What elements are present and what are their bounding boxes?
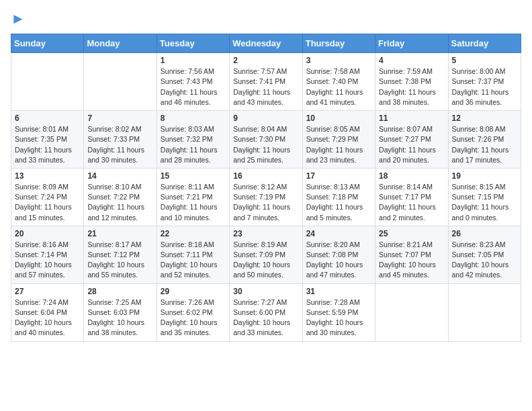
day-info: Sunrise: 7:56 AM Sunset: 7:43 PM Dayligh… [161, 66, 226, 107]
weekday-header: Tuesday [157, 34, 229, 53]
day-number: 9 [233, 113, 298, 123]
day-info: Sunrise: 8:15 AM Sunset: 7:15 PM Dayligh… [452, 182, 517, 223]
day-info: Sunrise: 7:26 AM Sunset: 6:02 PM Dayligh… [161, 298, 226, 338]
calendar-cell: 11Sunrise: 8:07 AM Sunset: 7:27 PM Dayli… [375, 111, 448, 169]
calendar-table: SundayMondayTuesdayWednesdayThursdayFrid… [11, 34, 521, 341]
day-number: 14 [87, 171, 152, 181]
day-info: Sunrise: 8:21 AM Sunset: 7:07 PM Dayligh… [379, 240, 444, 281]
day-number: 7 [87, 113, 152, 123]
day-info: Sunrise: 7:24 AM Sunset: 6:04 PM Dayligh… [15, 298, 80, 338]
weekday-header-row: SundayMondayTuesdayWednesdayThursdayFrid… [11, 34, 521, 53]
day-number: 30 [233, 287, 298, 296]
calendar-cell: 27Sunrise: 7:24 AM Sunset: 6:04 PM Dayli… [11, 283, 84, 341]
calendar-week-row: 27Sunrise: 7:24 AM Sunset: 6:04 PM Dayli… [11, 283, 521, 341]
page-header: ► [11, 11, 521, 27]
calendar-cell: 20Sunrise: 8:16 AM Sunset: 7:14 PM Dayli… [11, 226, 84, 283]
day-info: Sunrise: 8:08 AM Sunset: 7:26 PM Dayligh… [452, 124, 517, 165]
calendar-cell: 8Sunrise: 8:03 AM Sunset: 7:32 PM Daylig… [157, 111, 229, 169]
calendar-cell [375, 283, 448, 341]
weekday-header: Thursday [302, 34, 375, 53]
calendar-cell: 2Sunrise: 7:57 AM Sunset: 7:41 PM Daylig… [230, 53, 302, 111]
day-info: Sunrise: 7:59 AM Sunset: 7:38 PM Dayligh… [379, 66, 444, 107]
day-number: 6 [15, 113, 80, 123]
weekday-header: Sunday [11, 34, 84, 53]
day-number: 2 [233, 56, 298, 65]
day-number: 13 [15, 171, 80, 181]
day-info: Sunrise: 8:19 AM Sunset: 7:09 PM Dayligh… [233, 240, 298, 281]
calendar-cell: 21Sunrise: 8:17 AM Sunset: 7:12 PM Dayli… [84, 226, 157, 283]
day-info: Sunrise: 8:01 AM Sunset: 7:35 PM Dayligh… [15, 124, 80, 165]
day-number: 23 [233, 229, 298, 238]
calendar-cell: 4Sunrise: 7:59 AM Sunset: 7:38 PM Daylig… [375, 53, 448, 111]
calendar-cell: 30Sunrise: 7:27 AM Sunset: 6:00 PM Dayli… [230, 283, 302, 341]
calendar-week-row: 20Sunrise: 8:16 AM Sunset: 7:14 PM Dayli… [11, 226, 521, 283]
calendar-cell: 24Sunrise: 8:20 AM Sunset: 7:08 PM Dayli… [302, 226, 375, 283]
day-number: 19 [452, 171, 517, 181]
day-number: 17 [306, 171, 371, 181]
day-info: Sunrise: 8:09 AM Sunset: 7:24 PM Dayligh… [15, 182, 80, 223]
day-info: Sunrise: 7:58 AM Sunset: 7:40 PM Dayligh… [306, 66, 371, 107]
day-info: Sunrise: 8:02 AM Sunset: 7:33 PM Dayligh… [87, 124, 152, 165]
day-info: Sunrise: 8:07 AM Sunset: 7:27 PM Dayligh… [379, 124, 444, 165]
calendar-cell: 13Sunrise: 8:09 AM Sunset: 7:24 PM Dayli… [11, 168, 84, 226]
logo-text: ► [11, 11, 26, 27]
calendar-cell: 9Sunrise: 8:04 AM Sunset: 7:30 PM Daylig… [230, 111, 302, 169]
day-number: 18 [379, 171, 444, 181]
calendar-cell: 17Sunrise: 8:13 AM Sunset: 7:18 PM Dayli… [302, 168, 375, 226]
day-info: Sunrise: 7:28 AM Sunset: 5:59 PM Dayligh… [306, 298, 371, 338]
calendar-cell [11, 53, 84, 111]
day-number: 25 [379, 229, 444, 238]
day-number: 3 [306, 56, 371, 65]
day-number: 1 [161, 56, 226, 65]
calendar-cell: 28Sunrise: 7:25 AM Sunset: 6:03 PM Dayli… [84, 283, 157, 341]
calendar-cell: 10Sunrise: 8:05 AM Sunset: 7:29 PM Dayli… [302, 111, 375, 169]
day-info: Sunrise: 7:57 AM Sunset: 7:41 PM Dayligh… [233, 66, 298, 107]
calendar-cell [84, 53, 157, 111]
day-info: Sunrise: 8:13 AM Sunset: 7:18 PM Dayligh… [306, 182, 371, 223]
calendar-cell: 22Sunrise: 8:18 AM Sunset: 7:11 PM Dayli… [157, 226, 229, 283]
day-info: Sunrise: 8:12 AM Sunset: 7:19 PM Dayligh… [233, 182, 298, 223]
day-info: Sunrise: 8:23 AM Sunset: 7:05 PM Dayligh… [452, 240, 517, 281]
day-number: 27 [15, 287, 80, 296]
calendar-cell: 23Sunrise: 8:19 AM Sunset: 7:09 PM Dayli… [230, 226, 302, 283]
calendar-cell: 7Sunrise: 8:02 AM Sunset: 7:33 PM Daylig… [84, 111, 157, 169]
calendar-cell: 14Sunrise: 8:10 AM Sunset: 7:22 PM Dayli… [84, 168, 157, 226]
calendar-cell: 3Sunrise: 7:58 AM Sunset: 7:40 PM Daylig… [302, 53, 375, 111]
calendar-cell: 12Sunrise: 8:08 AM Sunset: 7:26 PM Dayli… [448, 111, 521, 169]
day-info: Sunrise: 8:03 AM Sunset: 7:32 PM Dayligh… [161, 124, 226, 165]
calendar-cell: 31Sunrise: 7:28 AM Sunset: 5:59 PM Dayli… [302, 283, 375, 341]
calendar-cell [448, 283, 521, 341]
calendar-cell: 1Sunrise: 7:56 AM Sunset: 7:43 PM Daylig… [157, 53, 229, 111]
day-info: Sunrise: 8:05 AM Sunset: 7:29 PM Dayligh… [306, 124, 371, 165]
day-number: 22 [161, 229, 226, 238]
calendar-cell: 15Sunrise: 8:11 AM Sunset: 7:21 PM Dayli… [157, 168, 229, 226]
day-number: 31 [306, 287, 371, 296]
weekday-header: Wednesday [230, 34, 302, 53]
calendar-cell: 18Sunrise: 8:14 AM Sunset: 7:17 PM Dayli… [375, 168, 448, 226]
day-info: Sunrise: 8:10 AM Sunset: 7:22 PM Dayligh… [87, 182, 152, 223]
day-info: Sunrise: 7:27 AM Sunset: 6:00 PM Dayligh… [233, 298, 298, 338]
calendar-cell: 26Sunrise: 8:23 AM Sunset: 7:05 PM Dayli… [448, 226, 521, 283]
calendar-week-row: 13Sunrise: 8:09 AM Sunset: 7:24 PM Dayli… [11, 168, 521, 226]
day-number: 20 [15, 229, 80, 238]
day-number: 16 [233, 171, 298, 181]
day-number: 11 [379, 113, 444, 123]
day-number: 24 [306, 229, 371, 238]
day-info: Sunrise: 8:18 AM Sunset: 7:11 PM Dayligh… [161, 240, 226, 281]
logo: ► [11, 11, 26, 27]
day-number: 12 [452, 113, 517, 123]
calendar-cell: 5Sunrise: 8:00 AM Sunset: 7:37 PM Daylig… [448, 53, 521, 111]
day-info: Sunrise: 8:14 AM Sunset: 7:17 PM Dayligh… [379, 182, 444, 223]
calendar-cell: 6Sunrise: 8:01 AM Sunset: 7:35 PM Daylig… [11, 111, 84, 169]
calendar-week-row: 6Sunrise: 8:01 AM Sunset: 7:35 PM Daylig… [11, 111, 521, 169]
day-number: 28 [87, 287, 152, 296]
day-info: Sunrise: 8:11 AM Sunset: 7:21 PM Dayligh… [161, 182, 226, 223]
day-info: Sunrise: 8:17 AM Sunset: 7:12 PM Dayligh… [87, 240, 152, 281]
day-number: 5 [452, 56, 517, 65]
day-number: 8 [161, 113, 226, 123]
calendar-cell: 25Sunrise: 8:21 AM Sunset: 7:07 PM Dayli… [375, 226, 448, 283]
day-number: 26 [452, 229, 517, 238]
calendar-week-row: 1Sunrise: 7:56 AM Sunset: 7:43 PM Daylig… [11, 53, 521, 111]
day-number: 10 [306, 113, 371, 123]
day-number: 21 [87, 229, 152, 238]
